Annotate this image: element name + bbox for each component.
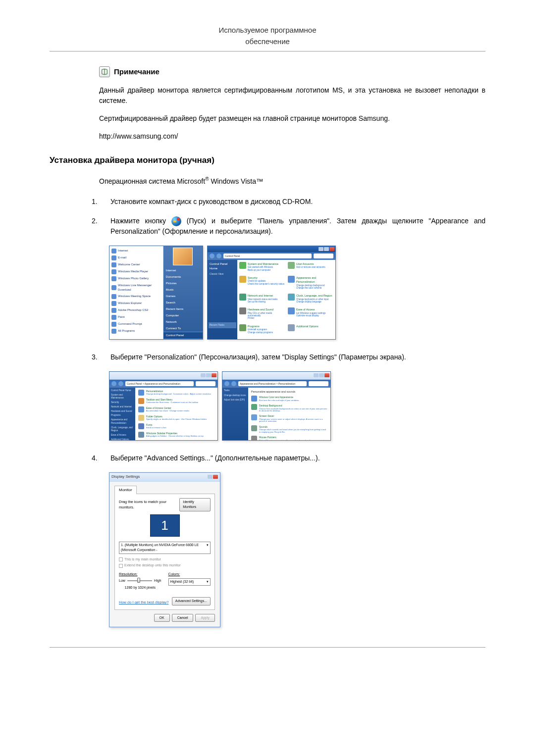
personalization-item: Desktop BackgroundChoose from available …: [251, 404, 327, 412]
close-icon: [329, 247, 334, 251]
screenshot-appearance-personalization: Control Panel > Appearance and Personali…: [109, 371, 485, 441]
personalization-side-link: Change desktop icons: [224, 394, 247, 398]
appearance-item: FontsInstall or remove a font: [138, 423, 214, 429]
main-monitor-checkbox: This is my main monitor: [119, 557, 211, 562]
help-link[interactable]: How do I get the best display?: [119, 600, 168, 605]
monitor-dropdown-value: 1. (Multiple Monitors) on NVIDIA GeForce…: [121, 543, 207, 553]
category-icon: [138, 415, 144, 421]
minimize-icon: [201, 373, 206, 377]
personalization-item: Window Color and AppearanceFine tune the…: [251, 396, 327, 402]
category-icon: [239, 276, 246, 283]
start-menu-right-item: Pictures: [163, 280, 203, 287]
step-text: Нажмите кнопку (Пуск) и выберите "Панель…: [110, 216, 485, 237]
back-icon: [224, 381, 229, 386]
drag-instruction: Drag the icons to match your monitors.: [119, 499, 179, 510]
footer-rule: [50, 647, 485, 648]
start-menu-right-item: Control Panel: [163, 332, 203, 339]
forward-icon: [216, 253, 221, 258]
nav-bar: Control Panel: [208, 252, 335, 260]
personalization-main: Personalize appearance and sounds Window…: [248, 388, 330, 440]
step-text: Выберите "Personalization" (Персонализац…: [110, 352, 485, 362]
checkbox-icon: [119, 557, 123, 561]
screenshot-display-settings: Display Settings Monitor Drag the icons …: [109, 472, 485, 627]
category-icon: [138, 390, 144, 396]
page-header: Используемое программное обеспечение: [50, 25, 485, 51]
app-icon: [111, 285, 116, 290]
note-label: Примечание: [114, 66, 160, 78]
start-menu-item: Command Prompt: [109, 321, 163, 328]
start-menu-right-item: Network: [163, 319, 203, 325]
close-icon: [213, 475, 218, 479]
control-panel-item: Appearance and PersonalizationChange des…: [288, 276, 333, 293]
category-icon: [239, 307, 246, 314]
dialog-titlebar: Display Settings: [109, 473, 220, 482]
monitor-dropdown[interactable]: 1. (Multiple Monitors) on NVIDIA GeForce…: [119, 542, 211, 554]
slider-low: Low: [119, 578, 125, 584]
appearance-side-link: Programs: [111, 414, 134, 417]
appearance-side-link: System and Maintenance: [111, 394, 134, 401]
section-heading: Установка драйвера монитора (ручная): [50, 154, 485, 167]
minimize-icon: [319, 247, 323, 251]
ok-button[interactable]: OK: [154, 614, 170, 622]
minimize-icon: [208, 475, 213, 479]
start-menu-right-item: Recent Items: [163, 306, 203, 312]
app-icon: [111, 322, 116, 327]
control-panel-item: User AccountsAdd or remove user accounts: [288, 262, 333, 275]
address-bar: Control Panel > Appearance and Personali…: [125, 381, 194, 386]
forward-icon: [118, 381, 123, 386]
step-4: 4. Выберите "Advanced Settings..." (Допо…: [92, 453, 485, 463]
control-panel-item: System and MaintenanceGet started with W…: [239, 262, 285, 275]
windows-start-icon: [171, 216, 181, 226]
back-icon: [111, 381, 116, 386]
app-icon: [111, 294, 116, 299]
start-menu-item: Adobe Photoshop CS2: [109, 307, 163, 314]
personalization-screenshot: Appearance and Personalization > Persona…: [222, 371, 331, 441]
appearance-side-link: Hardware and Sound: [111, 410, 134, 413]
advanced-settings-button[interactable]: Advanced Settings...: [172, 597, 211, 605]
chevron-down-icon: ▾: [207, 543, 209, 553]
monitor-tab[interactable]: Monitor: [114, 486, 137, 494]
control-panel-item: Ease of AccessLet Windows suggest settin…: [288, 307, 333, 323]
appearance-screenshot: Control Panel > Appearance and Personali…: [109, 371, 218, 441]
start-menu-item: Internet: [109, 248, 163, 254]
back-icon: [210, 253, 214, 258]
app-icon: [111, 308, 116, 313]
appearance-side-link: Ease of Access: [111, 434, 134, 437]
category-icon: [288, 324, 295, 331]
appearance-side-link: Appearance and Personalization: [111, 418, 134, 425]
control-panel-main: System and MaintenanceGet started with W…: [237, 260, 335, 339]
category-icon: [138, 432, 144, 438]
start-menu-right-item: Documents: [163, 274, 203, 280]
app-icon: [111, 301, 116, 306]
resolution-slider[interactable]: [127, 580, 152, 581]
app-icon: [111, 262, 116, 267]
start-menu-item: Windows Live Messenger Download: [109, 282, 163, 293]
category-icon: [251, 414, 257, 420]
monitor-preview[interactable]: 1: [150, 514, 180, 537]
category-icon: [138, 406, 144, 412]
samsung-url: http://www.samsung.com/: [99, 131, 485, 142]
start-menu-right-item: Games: [163, 293, 203, 300]
window-titlebar: [222, 372, 330, 380]
start-menu-item: E-mail: [109, 254, 163, 261]
colors-value: Highest (32 bit): [170, 579, 194, 585]
os-suffix: Windows Vista™: [209, 177, 263, 185]
category-icon: [251, 436, 257, 441]
apply-button[interactable]: Apply: [195, 614, 215, 622]
appearance-side-link: Clock, Language, and Region: [111, 426, 134, 433]
app-icon: [111, 276, 116, 281]
category-icon: [288, 276, 295, 283]
colors-dropdown[interactable]: Highest (32 bit) ▾: [168, 578, 211, 586]
category-icon: [239, 294, 246, 301]
note-paragraph-1: Данный драйвер монитора является сертифи…: [99, 85, 485, 106]
appearance-item: PersonalizationChange desktop background…: [138, 390, 214, 396]
cancel-button[interactable]: Cancel: [172, 614, 194, 622]
control-panel-item: Additional Options: [288, 324, 333, 337]
step-2: 2. Нажмите кнопку (Пуск) и выберите "Пан…: [92, 216, 485, 237]
step-number: 2.: [92, 216, 102, 237]
identify-monitors-button[interactable]: Identify Monitors: [179, 498, 211, 511]
display-settings-dialog: Display Settings Monitor Drag the icons …: [109, 472, 220, 627]
appearance-main: PersonalizationChange desktop background…: [135, 388, 217, 440]
start-menu-right-item: Computer: [163, 312, 203, 319]
start-menu-right-item: Music: [163, 287, 203, 293]
